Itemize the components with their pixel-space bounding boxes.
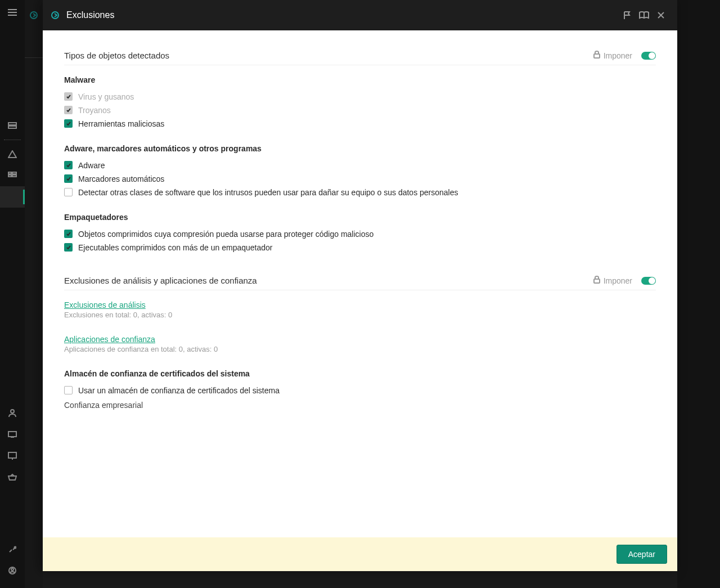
header-circle-icon [51, 11, 60, 20]
trusted-apps-link[interactable]: Aplicaciones de confianza [64, 335, 155, 344]
svg-point-9 [11, 410, 14, 413]
section-title: Exclusiones de análisis y aplicaciones d… [64, 276, 257, 285]
checkbox-label: Troyanos [78, 105, 111, 116]
checkbox-label: Ejecutables comprimidos con más de un em… [78, 242, 273, 253]
sidebar-item-user-icon[interactable] [0, 402, 25, 424]
panel-title: Exclusiones [66, 10, 114, 20]
enforce-toggle[interactable] [641, 277, 656, 285]
svg-point-16 [11, 568, 14, 571]
checkbox-label: Virus y gusanos [78, 91, 134, 102]
right-dark-strip [677, 0, 720, 588]
sidebar-item-settings-icon[interactable] [0, 538, 25, 560]
global-sidebar [0, 0, 25, 588]
close-icon[interactable] [652, 7, 669, 24]
exclusions-panel: Exclusiones Tipos de objetos detectados … [43, 0, 677, 571]
checkbox [64, 106, 73, 114]
section-title: Tipos de objetos detectados [64, 51, 169, 60]
checkbox[interactable] [64, 119, 73, 128]
group-packers: Empaquetadores Objetos comprimidos cuya … [64, 213, 656, 254]
sidebar-item-dashboard-icon[interactable] [0, 115, 25, 136]
svg-rect-6 [8, 175, 11, 177]
checkbox-label: Usar un almacén de confianza de certific… [78, 385, 280, 396]
group-cert-store: Almacén de confianza de certificados del… [64, 369, 656, 410]
menu-icon[interactable] [0, 0, 25, 25]
svg-rect-7 [12, 172, 16, 174]
checkbox-row-packed-protect[interactable]: Objetos comprimidos cuya compresión pued… [64, 227, 656, 241]
scan-exclusions-link[interactable]: Exclusiones de análisis [64, 300, 146, 309]
checkbox[interactable] [64, 188, 73, 196]
section-exclusions-apps: Exclusiones de análisis y aplicaciones d… [64, 271, 656, 290]
lock-icon [593, 276, 600, 285]
group-title: Empaquetadores [64, 213, 656, 222]
panel-footer: Aceptar [43, 537, 677, 571]
lock-icon [593, 51, 600, 60]
svg-rect-12 [8, 452, 16, 458]
group-title: Malware [64, 75, 656, 84]
sidebar-item-monitor-icon[interactable] [0, 445, 25, 466]
link-group-trusted-apps: Aplicaciones de confianza Aplicaciones d… [64, 335, 656, 353]
link-group-scan-exclusions: Exclusiones de análisis Exclusiones en t… [64, 300, 656, 319]
sidebar-item-active-icon[interactable] [0, 186, 25, 208]
svg-rect-8 [12, 175, 16, 177]
trusted-apps-note: Aplicaciones de confianza en total: 0, a… [64, 345, 656, 353]
checkbox-label: Marcadores automáticos [78, 173, 164, 185]
sidebar-item-alerts-icon[interactable] [0, 143, 25, 165]
checkbox-row-use-store[interactable]: Usar un almacén de confianza de certific… [64, 384, 656, 397]
checkbox-label: Herramientas maliciosas [78, 118, 164, 129]
sidebar-item-devices-icon[interactable] [0, 424, 25, 445]
checkbox-label: Objetos comprimidos cuya compresión pued… [78, 228, 374, 240]
enforce-label: Imponer [604, 276, 632, 285]
checkbox[interactable] [64, 174, 73, 183]
checkbox-row-adware[interactable]: Adware [64, 159, 656, 172]
checkbox-row-multi-packed[interactable]: Ejecutables comprimidos con más de un em… [64, 241, 656, 254]
checkbox-row-other-software[interactable]: Detectar otras clases de software que lo… [64, 186, 656, 199]
checkbox[interactable] [64, 161, 73, 169]
checkbox[interactable] [64, 230, 73, 238]
group-adware: Adware, marcadores automáticos y otros p… [64, 144, 656, 199]
book-icon[interactable] [636, 7, 652, 24]
enforce-label: Imponer [604, 51, 632, 60]
checkbox-row-maltools[interactable]: Herramientas maliciosas [64, 117, 656, 131]
scan-exclusions-note: Exclusiones en total: 0, activas: 0 [64, 311, 656, 319]
panel-body: Tipos de objetos detectados Imponer Malw… [43, 30, 677, 537]
panel-header: Exclusiones [43, 0, 677, 30]
cert-store-value: Confianza empresarial [64, 401, 656, 410]
svg-rect-5 [8, 172, 11, 174]
group-malware: Malware Virus y gusanos Troyanos Herrami… [64, 75, 656, 131]
enforce-control: Imponer [593, 276, 656, 285]
checkbox-row-dialers[interactable]: Marcadores automáticos [64, 172, 656, 186]
overlay-dim [25, 0, 43, 588]
checkbox[interactable] [64, 243, 73, 252]
accept-button[interactable]: Aceptar [616, 545, 667, 564]
svg-rect-21 [594, 54, 600, 58]
checkbox[interactable] [64, 386, 73, 394]
checkbox-label: Adware [78, 160, 105, 171]
sidebar-divider [4, 140, 21, 140]
group-title: Almacén de confianza de certificados del… [64, 369, 656, 378]
svg-rect-22 [594, 279, 600, 283]
sidebar-item-basket-icon[interactable] [0, 466, 25, 488]
checkbox-row-virus: Virus y gusanos [64, 90, 656, 104]
sidebar-item-account-icon[interactable] [0, 560, 25, 581]
flag-icon[interactable] [619, 7, 636, 24]
svg-rect-3 [8, 123, 16, 125]
svg-rect-10 [8, 432, 16, 437]
svg-rect-4 [8, 126, 16, 128]
enforce-control: Imponer [593, 51, 656, 60]
group-title: Adware, marcadores automáticos y otros p… [64, 144, 656, 153]
checkbox [64, 92, 73, 101]
enforce-toggle[interactable] [641, 52, 656, 60]
section-detected-types: Tipos de objetos detectados Imponer [64, 46, 656, 65]
checkbox-label: Detectar otras clases de software que lo… [78, 187, 458, 198]
checkbox-row-trojans: Troyanos [64, 104, 656, 117]
sidebar-item-policies-icon[interactable] [0, 165, 25, 186]
